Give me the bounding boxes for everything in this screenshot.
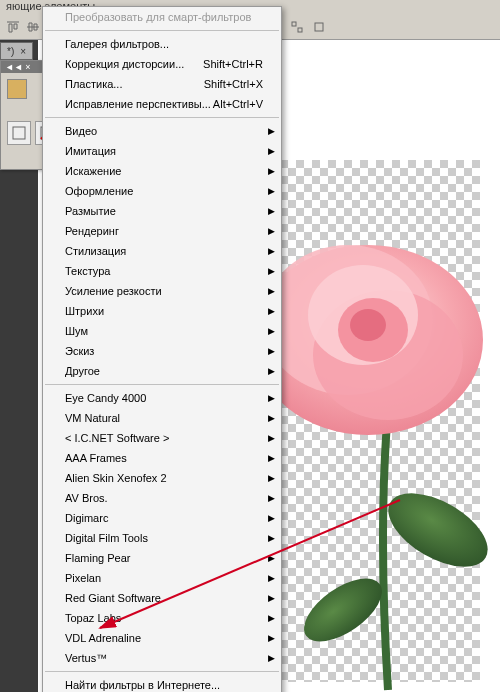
menu-category-11[interactable]: Эскиз▶ xyxy=(43,341,281,361)
submenu-arrow-icon: ▶ xyxy=(268,124,275,138)
submenu-arrow-icon: ▶ xyxy=(268,631,275,645)
menu-label: Red Giant Software xyxy=(65,591,161,605)
rectangle-tool-icon[interactable] xyxy=(7,121,31,145)
menu-label: Digimarc xyxy=(65,511,108,525)
menu-label: Digital Film Tools xyxy=(65,531,148,545)
tab-label: *) xyxy=(7,46,14,57)
submenu-arrow-icon: ▶ xyxy=(268,224,275,238)
menu-category-1[interactable]: Имитация▶ xyxy=(43,141,281,161)
submenu-arrow-icon: ▶ xyxy=(268,571,275,585)
menu-label: Текстура xyxy=(65,264,110,278)
menu-convert-smart: Преобразовать для смарт-фильтров xyxy=(43,7,281,27)
menu-category-5[interactable]: Рендеринг▶ xyxy=(43,221,281,241)
submenu-arrow-icon: ▶ xyxy=(268,511,275,525)
menu-plugin-10[interactable]: Red Giant Software▶ xyxy=(43,588,281,608)
submenu-arrow-icon: ▶ xyxy=(268,284,275,298)
menu-label: Другое xyxy=(65,364,100,378)
submenu-arrow-icon: ▶ xyxy=(268,411,275,425)
menu-label: Галерея фильтров... xyxy=(65,37,169,51)
auto-align-icon[interactable] xyxy=(288,18,306,36)
menu-plugin-2[interactable]: < I.C.NET Software >▶ xyxy=(43,428,281,448)
menu-label: Найти фильтры в Интернете... xyxy=(65,678,220,692)
submenu-arrow-icon: ▶ xyxy=(268,471,275,485)
menu-label: Преобразовать для смарт-фильтров xyxy=(65,10,251,24)
menu-plugin-6[interactable]: Digimarc▶ xyxy=(43,508,281,528)
menu-label: AAA Frames xyxy=(65,451,127,465)
menu-separator xyxy=(45,30,279,31)
submenu-arrow-icon: ▶ xyxy=(268,164,275,178)
menu-liquify[interactable]: Пластика... Shift+Ctrl+X xyxy=(43,74,281,94)
submenu-arrow-icon: ▶ xyxy=(268,431,275,445)
submenu-arrow-icon: ▶ xyxy=(268,551,275,565)
menu-plugin-7[interactable]: Digital Film Tools▶ xyxy=(43,528,281,548)
tab-close-icon[interactable]: × xyxy=(20,46,26,57)
menu-category-2[interactable]: Искажение▶ xyxy=(43,161,281,181)
menu-label: VDL Adrenaline xyxy=(65,631,141,645)
document-tab[interactable]: *) × xyxy=(0,42,33,60)
submenu-arrow-icon: ▶ xyxy=(268,264,275,278)
filter-menu: Преобразовать для смарт-фильтров Галерея… xyxy=(42,6,282,692)
svg-point-4 xyxy=(294,566,393,654)
submenu-arrow-icon: ▶ xyxy=(268,651,275,665)
submenu-arrow-icon: ▶ xyxy=(268,531,275,545)
menu-plugin-8[interactable]: Flaming Pear▶ xyxy=(43,548,281,568)
menu-plugin-3[interactable]: AAA Frames▶ xyxy=(43,448,281,468)
menu-label: AV Bros. xyxy=(65,491,108,505)
menu-plugin-9[interactable]: Pixelan▶ xyxy=(43,568,281,588)
svg-point-10 xyxy=(350,309,386,341)
menu-plugin-0[interactable]: Eye Candy 4000▶ xyxy=(43,388,281,408)
menu-vanishing-point[interactable]: Исправление перспективы... Alt+Ctrl+V xyxy=(43,94,281,114)
align-vcenter-icon[interactable] xyxy=(24,18,42,36)
panel-collapse-icon[interactable]: ◄◄ × xyxy=(5,62,31,72)
svg-rect-2 xyxy=(315,23,323,31)
menu-category-8[interactable]: Усиление резкости▶ xyxy=(43,281,281,301)
menu-category-10[interactable]: Шум▶ xyxy=(43,321,281,341)
submenu-arrow-icon: ▶ xyxy=(268,144,275,158)
menu-label: Эскиз xyxy=(65,344,94,358)
menu-label: Размытие xyxy=(65,204,116,218)
auto-blend-icon[interactable] xyxy=(310,18,328,36)
menu-label: Шум xyxy=(65,324,88,338)
menu-category-3[interactable]: Оформление▶ xyxy=(43,181,281,201)
menu-label: Коррекция дисторсии... xyxy=(65,57,184,71)
svg-rect-1 xyxy=(298,28,302,32)
align-top-icon[interactable] xyxy=(4,18,22,36)
menu-separator xyxy=(45,671,279,672)
menu-label: Flaming Pear xyxy=(65,551,130,565)
menu-category-7[interactable]: Текстура▶ xyxy=(43,261,281,281)
submenu-arrow-icon: ▶ xyxy=(268,364,275,378)
submenu-arrow-icon: ▶ xyxy=(268,304,275,318)
submenu-arrow-icon: ▶ xyxy=(268,184,275,198)
menu-plugin-1[interactable]: VM Natural▶ xyxy=(43,408,281,428)
menu-plugin-5[interactable]: AV Bros.▶ xyxy=(43,488,281,508)
menu-shortcut: Shift+Ctrl+X xyxy=(204,77,263,91)
menu-find-filters-online[interactable]: Найти фильтры в Интернете... xyxy=(43,675,281,692)
submenu-arrow-icon: ▶ xyxy=(268,324,275,338)
submenu-arrow-icon: ▶ xyxy=(268,204,275,218)
menu-plugin-4[interactable]: Alien Skin Xenofex 2▶ xyxy=(43,468,281,488)
submenu-arrow-icon: ▶ xyxy=(268,244,275,258)
color-swatch[interactable] xyxy=(7,79,27,99)
menu-plugin-12[interactable]: VDL Adrenaline▶ xyxy=(43,628,281,648)
menu-label: Искажение xyxy=(65,164,121,178)
menu-category-4[interactable]: Размытие▶ xyxy=(43,201,281,221)
menu-label: Имитация xyxy=(65,144,116,158)
submenu-arrow-icon: ▶ xyxy=(268,591,275,605)
menu-lens-correction[interactable]: Коррекция дисторсии... Shift+Ctrl+R xyxy=(43,54,281,74)
svg-rect-0 xyxy=(292,22,296,26)
menu-plugin-11[interactable]: Topaz Labs▶ xyxy=(43,608,281,628)
menu-plugin-13[interactable]: Vertus™▶ xyxy=(43,648,281,668)
svg-point-3 xyxy=(376,478,498,581)
menu-label: Pixelan xyxy=(65,571,101,585)
menu-label: Усиление резкости xyxy=(65,284,162,298)
menu-category-12[interactable]: Другое▶ xyxy=(43,361,281,381)
menu-filter-gallery[interactable]: Галерея фильтров... xyxy=(43,34,281,54)
submenu-arrow-icon: ▶ xyxy=(268,391,275,405)
menu-separator xyxy=(45,384,279,385)
menu-category-9[interactable]: Штрихи▶ xyxy=(43,301,281,321)
menu-label: Eye Candy 4000 xyxy=(65,391,146,405)
menu-category-0[interactable]: Видео▶ xyxy=(43,121,281,141)
menu-label: Alien Skin Xenofex 2 xyxy=(65,471,167,485)
menu-separator xyxy=(45,117,279,118)
menu-category-6[interactable]: Стилизация▶ xyxy=(43,241,281,261)
